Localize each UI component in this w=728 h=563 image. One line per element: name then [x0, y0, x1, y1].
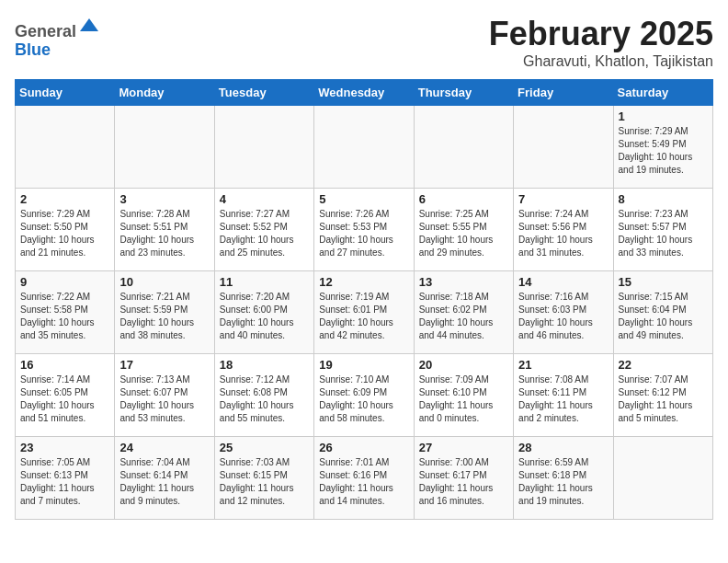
weekday-header-saturday: Saturday: [613, 80, 712, 106]
day-info: Sunrise: 7:19 AM Sunset: 6:01 PM Dayligh…: [319, 291, 408, 342]
day-info: Sunrise: 7:07 AM Sunset: 6:12 PM Dayligh…: [619, 373, 708, 425]
day-number: 25: [220, 441, 309, 454]
page-header: General Blue February 2025 Gharavuti, Kh…: [15, 15, 713, 70]
day-info: Sunrise: 7:16 AM Sunset: 6:03 PM Dayligh…: [518, 291, 608, 342]
calendar-cell: [314, 106, 414, 189]
day-number: 24: [119, 441, 209, 454]
calendar-cell: 10Sunrise: 7:21 AM Sunset: 5:59 PM Dayli…: [115, 271, 214, 354]
day-info: Sunrise: 7:14 AM Sunset: 6:05 PM Dayligh…: [20, 373, 109, 425]
calendar-cell: [214, 106, 313, 189]
day-info: Sunrise: 6:59 AM Sunset: 6:18 PM Dayligh…: [518, 456, 608, 508]
calendar-cell: 4Sunrise: 7:27 AM Sunset: 5:52 PM Daylig…: [214, 189, 313, 271]
calendar-cell: 2Sunrise: 7:29 AM Sunset: 5:50 PM Daylig…: [16, 189, 115, 271]
calendar-cell: 17Sunrise: 7:13 AM Sunset: 6:07 PM Dayli…: [115, 354, 214, 437]
calendar-cell: [613, 437, 712, 520]
day-info: Sunrise: 7:01 AM Sunset: 6:16 PM Dayligh…: [319, 456, 408, 508]
calendar-cell: 1Sunrise: 7:29 AM Sunset: 5:49 PM Daylig…: [613, 106, 712, 189]
calendar-cell: [514, 106, 613, 189]
day-info: Sunrise: 7:00 AM Sunset: 6:17 PM Dayligh…: [419, 456, 508, 508]
day-number: 8: [619, 192, 708, 206]
calendar-cell: 25Sunrise: 7:03 AM Sunset: 6:15 PM Dayli…: [214, 437, 313, 520]
weekday-header-tuesday: Tuesday: [214, 80, 313, 106]
weekday-header-row: SundayMondayTuesdayWednesdayThursdayFrid…: [16, 80, 713, 106]
day-number: 1: [619, 109, 708, 123]
calendar-table: SundayMondayTuesdayWednesdayThursdayFrid…: [15, 79, 713, 520]
calendar-cell: 3Sunrise: 7:28 AM Sunset: 5:51 PM Daylig…: [115, 189, 214, 271]
day-info: Sunrise: 7:12 AM Sunset: 6:08 PM Dayligh…: [220, 373, 309, 425]
location-subtitle: Gharavuti, Khatlon, Tajikistan: [489, 53, 713, 70]
day-number: 17: [119, 358, 209, 372]
weekday-header-wednesday: Wednesday: [314, 80, 414, 106]
day-number: 11: [220, 275, 309, 289]
day-number: 19: [319, 358, 408, 372]
day-info: Sunrise: 7:28 AM Sunset: 5:51 PM Dayligh…: [119, 208, 209, 259]
day-number: 22: [619, 358, 708, 372]
calendar-cell: 19Sunrise: 7:10 AM Sunset: 6:09 PM Dayli…: [314, 354, 414, 437]
logo: General Blue: [15, 15, 100, 60]
week-row-1: 1Sunrise: 7:29 AM Sunset: 5:49 PM Daylig…: [16, 106, 713, 189]
calendar-cell: 18Sunrise: 7:12 AM Sunset: 6:08 PM Dayli…: [214, 354, 313, 437]
day-info: Sunrise: 7:26 AM Sunset: 5:53 PM Dayligh…: [319, 208, 408, 259]
day-number: 20: [419, 358, 508, 372]
calendar-cell: 23Sunrise: 7:05 AM Sunset: 6:13 PM Dayli…: [16, 437, 115, 520]
calendar-cell: 20Sunrise: 7:09 AM Sunset: 6:10 PM Dayli…: [414, 354, 513, 437]
calendar-cell: 13Sunrise: 7:18 AM Sunset: 6:02 PM Dayli…: [414, 271, 513, 354]
calendar-cell: [414, 106, 513, 189]
day-number: 5: [319, 192, 408, 206]
calendar-cell: [115, 106, 214, 189]
day-info: Sunrise: 7:04 AM Sunset: 6:14 PM Dayligh…: [119, 456, 209, 508]
day-number: 16: [20, 358, 109, 372]
week-row-3: 9Sunrise: 7:22 AM Sunset: 5:58 PM Daylig…: [16, 271, 713, 354]
calendar-cell: 15Sunrise: 7:15 AM Sunset: 6:04 PM Dayli…: [613, 271, 712, 354]
day-number: 28: [518, 441, 608, 454]
day-number: 26: [319, 441, 408, 454]
calendar-cell: 9Sunrise: 7:22 AM Sunset: 5:58 PM Daylig…: [16, 271, 115, 354]
weekday-header-sunday: Sunday: [16, 80, 115, 106]
logo-blue-text: Blue: [15, 40, 51, 59]
day-info: Sunrise: 7:03 AM Sunset: 6:15 PM Dayligh…: [220, 456, 309, 508]
calendar-cell: 5Sunrise: 7:26 AM Sunset: 5:53 PM Daylig…: [314, 189, 414, 271]
day-number: 2: [20, 192, 109, 206]
day-number: 6: [419, 192, 508, 206]
calendar-cell: 7Sunrise: 7:24 AM Sunset: 5:56 PM Daylig…: [514, 189, 613, 271]
day-info: Sunrise: 7:15 AM Sunset: 6:04 PM Dayligh…: [619, 291, 708, 342]
title-block: February 2025 Gharavuti, Khatlon, Tajiki…: [489, 15, 713, 70]
day-number: 15: [619, 275, 708, 289]
calendar-cell: 21Sunrise: 7:08 AM Sunset: 6:11 PM Dayli…: [514, 354, 613, 437]
day-info: Sunrise: 7:23 AM Sunset: 5:57 PM Dayligh…: [619, 208, 708, 259]
week-row-5: 23Sunrise: 7:05 AM Sunset: 6:13 PM Dayli…: [16, 437, 713, 520]
calendar-cell: 26Sunrise: 7:01 AM Sunset: 6:16 PM Dayli…: [314, 437, 414, 520]
calendar-cell: 6Sunrise: 7:25 AM Sunset: 5:55 PM Daylig…: [414, 189, 513, 271]
week-row-2: 2Sunrise: 7:29 AM Sunset: 5:50 PM Daylig…: [16, 189, 713, 271]
calendar-cell: 11Sunrise: 7:20 AM Sunset: 6:00 PM Dayli…: [214, 271, 313, 354]
day-info: Sunrise: 7:18 AM Sunset: 6:02 PM Dayligh…: [419, 291, 508, 342]
calendar-cell: 27Sunrise: 7:00 AM Sunset: 6:17 PM Dayli…: [414, 437, 513, 520]
day-info: Sunrise: 7:13 AM Sunset: 6:07 PM Dayligh…: [119, 373, 209, 425]
weekday-header-thursday: Thursday: [414, 80, 513, 106]
day-info: Sunrise: 7:05 AM Sunset: 6:13 PM Dayligh…: [20, 456, 109, 508]
day-number: 23: [20, 441, 109, 454]
day-info: Sunrise: 7:29 AM Sunset: 5:49 PM Dayligh…: [619, 125, 708, 177]
calendar-cell: 14Sunrise: 7:16 AM Sunset: 6:03 PM Dayli…: [514, 271, 613, 354]
day-info: Sunrise: 7:27 AM Sunset: 5:52 PM Dayligh…: [220, 208, 309, 259]
calendar-cell: 12Sunrise: 7:19 AM Sunset: 6:01 PM Dayli…: [314, 271, 414, 354]
logo-icon: [78, 15, 100, 37]
day-number: 12: [319, 275, 408, 289]
day-number: 21: [518, 358, 608, 372]
day-number: 9: [20, 275, 109, 289]
day-info: Sunrise: 7:09 AM Sunset: 6:10 PM Dayligh…: [419, 373, 508, 425]
weekday-header-monday: Monday: [115, 80, 214, 106]
day-info: Sunrise: 7:25 AM Sunset: 5:55 PM Dayligh…: [419, 208, 508, 259]
month-title: February 2025: [489, 15, 713, 53]
day-number: 3: [119, 192, 209, 206]
day-number: 14: [518, 275, 608, 289]
day-info: Sunrise: 7:08 AM Sunset: 6:11 PM Dayligh…: [518, 373, 608, 425]
day-info: Sunrise: 7:10 AM Sunset: 6:09 PM Dayligh…: [319, 373, 408, 425]
calendar-cell: 22Sunrise: 7:07 AM Sunset: 6:12 PM Dayli…: [613, 354, 712, 437]
calendar-cell: [16, 106, 115, 189]
day-number: 10: [119, 275, 209, 289]
calendar-cell: 24Sunrise: 7:04 AM Sunset: 6:14 PM Dayli…: [115, 437, 214, 520]
day-number: 7: [518, 192, 608, 206]
day-info: Sunrise: 7:21 AM Sunset: 5:59 PM Dayligh…: [119, 291, 209, 342]
calendar-cell: 16Sunrise: 7:14 AM Sunset: 6:05 PM Dayli…: [16, 354, 115, 437]
